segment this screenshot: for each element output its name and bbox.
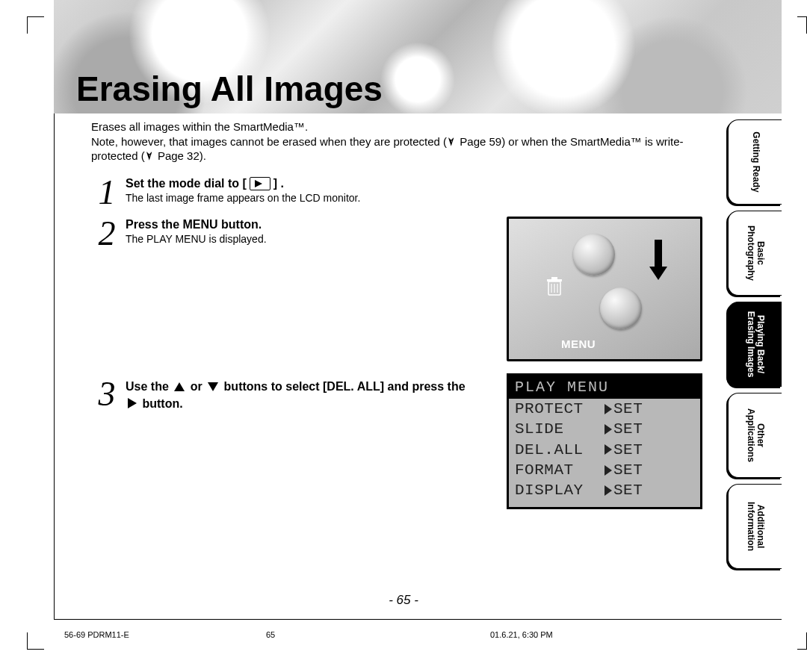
camera-menu-label: MENU (561, 337, 596, 350)
step-2-sub: The PLAY MENU is displayed. (126, 233, 267, 245)
lcd-row-key: PROTECT (515, 399, 605, 419)
section-tab[interactable]: AdditionalInformation (728, 484, 782, 569)
camera-erase-button (573, 234, 615, 276)
step-2-head-text: Press the MENU button. (126, 218, 262, 231)
step-number: 3 (91, 379, 123, 409)
intro-text: Erases all images within the SmartMedia™… (91, 119, 704, 164)
section-tabs: Getting ReadyBasicPhotographyPlaying Bac… (728, 119, 782, 575)
lcd-row-key: FORMAT (515, 460, 605, 480)
step-1-head: Set the mode dial to [ ] . (126, 177, 360, 190)
right-arrow-icon (605, 444, 612, 455)
section-tab-label: OtherApplications (745, 391, 764, 480)
section-tab[interactable]: Getting Ready (728, 119, 782, 205)
step-1-head-after: ] . (273, 177, 284, 190)
svg-rect-5 (547, 279, 562, 281)
lcd-row-key: SLIDE (515, 419, 605, 439)
cropmark-tr (797, 16, 807, 34)
lcd-play-menu: PLAY MENU PROTECTSETSLIDESETDEL.ALLSETFO… (507, 373, 702, 509)
cropmark-br (797, 632, 807, 650)
right-arrow-icon (605, 404, 612, 414)
step-3: 3 Use the or buttons to select [DEL. ALL… (91, 379, 517, 412)
right-arrow-icon (128, 398, 137, 408)
play-mode-icon (250, 177, 270, 190)
page-ref-icon: ➢ (142, 151, 157, 161)
lcd-row-key: DISPLAY (515, 480, 605, 500)
step-2: 2 Press the MENU button. The PLAY MENU i… (91, 218, 517, 249)
footer-timestamp: 01.6.21, 6:30 PM (490, 630, 771, 639)
lcd-row-val: SET (613, 460, 643, 480)
page-ref-icon: ➢ (445, 137, 460, 146)
right-arrow-icon (605, 424, 612, 435)
cropmark-bl (27, 632, 44, 650)
lcd-row: FORMATSET (509, 460, 700, 480)
up-arrow-icon (174, 382, 185, 391)
footer-page: 65 (266, 630, 490, 639)
right-arrow-icon (605, 465, 612, 476)
step-1: 1 Set the mode dial to [ ] . The last im… (91, 177, 517, 208)
lcd-row-val: SET (613, 440, 643, 460)
lcd-row: DEL.ALLSET (509, 440, 700, 460)
camera-photo: MENU (507, 217, 702, 361)
step-1-sub: The last image frame appears on the LCD … (126, 192, 360, 204)
step-3-head: Use the or buttons to select [DEL. ALL] … (126, 379, 477, 412)
down-arrow-icon (208, 382, 218, 391)
cropmark-tl (27, 16, 44, 34)
section-tab[interactable]: BasicPhotography (728, 211, 782, 296)
svg-marker-8 (649, 267, 667, 280)
header-marble: Erasing All Images (54, 0, 782, 113)
lcd-row: DISPLAYSET (509, 480, 700, 500)
step-1-head-before: Set the mode dial to [ (126, 177, 247, 190)
page-number: - 65 - (0, 593, 807, 608)
lcd-row-key: DEL.ALL (515, 440, 605, 460)
lcd-row-val: SET (613, 480, 643, 500)
trash-icon (546, 277, 563, 296)
footer-file: 56-69 PDRM11-E (64, 630, 266, 639)
lcd-row: SLIDESET (509, 419, 700, 439)
step-number: 1 (91, 177, 123, 208)
step-3-text-c: buttons to select [DEL. ALL] and press t… (220, 380, 465, 393)
page-title: Erasing All Images (76, 69, 383, 109)
lcd-row: PROTECTSET (509, 399, 700, 419)
svg-rect-7 (655, 240, 662, 267)
lcd-rows: PROTECTSETSLIDESETDEL.ALLSETFORMATSETDIS… (509, 399, 700, 500)
step-3-text-a: Use the (126, 380, 172, 393)
intro-line2a: Note, however, that images cannot be era… (91, 135, 447, 148)
right-arrow-icon (605, 485, 612, 496)
step-3-text-d: button. (139, 397, 183, 410)
lcd-row-val: SET (613, 399, 643, 419)
step-2-head: Press the MENU button. (126, 218, 267, 231)
section-tab-label: AdditionalInformation (745, 482, 764, 571)
lcd-row-val: SET (613, 419, 643, 439)
page-frame-left (54, 39, 55, 620)
footer-line: 56-69 PDRM11-E 65 01.6.21, 6:30 PM (64, 630, 771, 639)
svg-rect-6 (551, 277, 557, 279)
camera-menu-button (600, 287, 642, 329)
section-tab-label: BasicPhotography (745, 208, 764, 298)
intro-line2c: Page 32). (155, 149, 206, 162)
lcd-header: PLAY MENU (509, 376, 700, 399)
svg-marker-0 (255, 180, 262, 187)
page-frame-bottom (54, 619, 782, 620)
step-number: 2 (91, 218, 123, 249)
section-tab[interactable]: OtherApplications (728, 393, 782, 478)
section-tab-label: Playing Back/Erasing Images (745, 299, 764, 389)
step-3-text-b: or (187, 380, 205, 393)
section-tab[interactable]: Playing Back/Erasing Images (728, 302, 782, 387)
section-tab-label: Getting Ready (750, 117, 760, 207)
camera-arrow-down-icon (649, 240, 667, 283)
intro-line1: Erases all images within the SmartMedia™… (91, 120, 308, 133)
